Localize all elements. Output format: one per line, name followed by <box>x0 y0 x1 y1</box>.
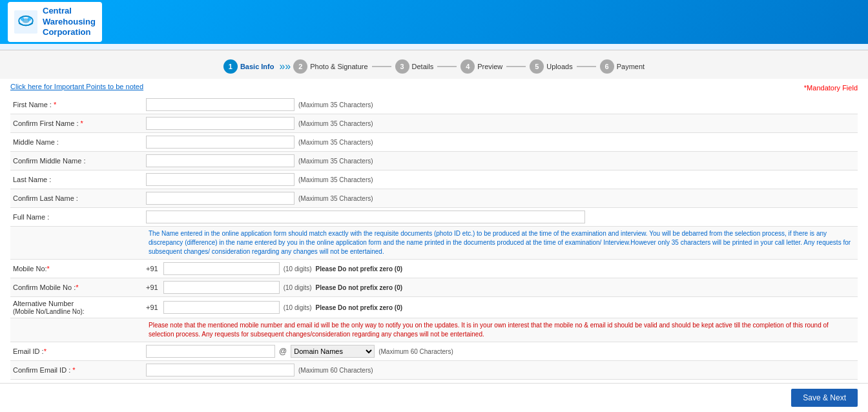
confirm-middle-name-input[interactable] <box>146 154 294 167</box>
step-4-circle: 4 <box>460 59 475 74</box>
middle-name-input-area: (Maximum 35 Characters) <box>146 136 858 149</box>
domain-select[interactable]: Domain Names gmail.com yahoo.com hotmail… <box>291 345 375 358</box>
confirm-mobile-prefix: +91 <box>146 283 158 291</box>
step-5-label: Uploads <box>546 63 572 70</box>
confirm-email-label: Confirm Email ID : * <box>10 366 146 374</box>
first-name-label: First Name : * <box>10 101 146 108</box>
confirm-mobile-input[interactable] <box>163 281 280 294</box>
last-name-input[interactable] <box>146 173 294 186</box>
email-row: Email ID :* @ Domain Names gmail.com yah… <box>10 342 858 361</box>
step-4[interactable]: 4 Preview <box>460 59 502 74</box>
step-2-label: Photo & Signature <box>310 63 367 70</box>
header: Central Warehousing Corporation <box>0 0 868 44</box>
full-name-row: Full Name : <box>10 208 858 227</box>
confirm-mobile-prefix-hint: Please Do not prefix zero (0) <box>316 284 402 291</box>
save-next-button[interactable]: Save & Next <box>791 389 858 407</box>
step-1[interactable]: 1 Basic Info »» <box>223 59 293 74</box>
step-3-circle: 3 <box>395 59 409 74</box>
confirm-mobile-row: Confirm Mobile No :* +91 (10 digits) Ple… <box>10 278 858 297</box>
first-name-input[interactable] <box>146 98 294 111</box>
confirm-email-input-area: (Maximum 60 Characters) <box>146 364 858 376</box>
alt-number-digits-hint: (10 digits) <box>284 304 312 311</box>
step-3-label: Details <box>412 63 434 70</box>
alt-number-input-area: +91 (10 digits) Please Do not prefix zer… <box>146 301 858 314</box>
mobile-row: Mobile No:* +91 (10 digits) Please Do no… <box>10 260 858 278</box>
full-name-label: Full Name : <box>10 213 146 221</box>
confirm-first-name-row: Confirm First Name : * (Maximum 35 Chara… <box>10 114 858 133</box>
confirm-last-name-input-area: (Maximum 35 Characters) <box>146 192 858 205</box>
confirm-last-name-hint: (Maximum 35 Characters) <box>298 195 373 202</box>
alt-number-label: Alternative Number(Mobile No/Landline No… <box>10 300 146 315</box>
last-name-hint: (Maximum 35 Characters) <box>298 176 373 183</box>
confirm-middle-name-label: Confirm Middle Name : <box>10 157 146 165</box>
step-divider-2-3 <box>372 66 391 67</box>
email-hint: (Maximum 60 Characters) <box>378 348 453 355</box>
alt-number-prefix-hint: Please Do not prefix zero (0) <box>316 304 402 311</box>
middle-name-row: Middle Name : (Maximum 35 Characters) <box>10 133 858 152</box>
middle-name-input[interactable] <box>146 136 294 149</box>
email-input[interactable] <box>146 345 275 358</box>
steps-bar: 1 Basic Info »» 2 Photo & Signature 3 De… <box>223 59 645 74</box>
footer-bar: Save & Next <box>0 383 868 412</box>
last-name-label: Last Name : <box>10 176 146 183</box>
mobile-digits-hint: (10 digits) <box>284 265 312 273</box>
step-4-label: Preview <box>477 63 502 70</box>
step-5[interactable]: 5 Uploads <box>530 59 572 74</box>
confirm-last-name-row: Confirm Last Name : (Maximum 35 Characte… <box>10 189 858 208</box>
confirm-email-hint: (Maximum 60 Characters) <box>298 367 373 374</box>
step-5-circle: 5 <box>530 59 544 74</box>
alt-number-input[interactable] <box>163 301 280 314</box>
logo-text: Central Warehousing Corporation <box>43 6 96 39</box>
confirm-first-name-input[interactable] <box>146 117 294 130</box>
step-1-label: Basic Info <box>240 63 274 70</box>
logo-box: Central Warehousing Corporation <box>8 2 102 43</box>
confirm-email-input[interactable] <box>146 364 294 376</box>
first-name-row: First Name : * (Maximum 35 Characters) <box>10 96 858 114</box>
first-name-required: * <box>54 101 56 108</box>
confirm-mobile-input-area: +91 (10 digits) Please Do not prefix zer… <box>146 281 858 294</box>
alt-number-row: Alternative Number(Mobile No/Landline No… <box>10 297 858 318</box>
confirm-last-name-label: Confirm Last Name : <box>10 194 146 202</box>
last-name-input-area: (Maximum 35 Characters) <box>146 173 858 186</box>
name-notice: The Name entered in the online applicati… <box>10 227 858 260</box>
first-name-input-area: (Maximum 35 Characters) <box>146 98 858 111</box>
important-points-link[interactable]: Click here for Important Points to be no… <box>10 83 143 90</box>
sub-header-stripe <box>0 44 868 50</box>
full-name-input-area <box>146 211 858 223</box>
step-2[interactable]: 2 Photo & Signature <box>293 59 367 74</box>
alt-number-prefix: +91 <box>146 304 158 311</box>
confirm-middle-name-row: Confirm Middle Name : (Maximum 35 Charac… <box>10 152 858 170</box>
mandatory-note: *Mandatory Field <box>804 84 858 92</box>
last-name-row: Last Name : (Maximum 35 Characters) <box>10 170 858 189</box>
confirm-mobile-digits-hint: (10 digits) <box>284 284 312 291</box>
phone-notice: Please note that the mentioned mobile nu… <box>10 318 858 342</box>
confirm-first-name-input-area: (Maximum 35 Characters) <box>146 117 858 130</box>
steps-container: 1 Basic Info »» 2 Photo & Signature 3 De… <box>0 50 868 79</box>
mobile-input-area: +91 (10 digits) Please Do not prefix zer… <box>146 262 858 275</box>
step-2-circle: 2 <box>293 59 307 74</box>
confirm-first-name-hint: (Maximum 35 Characters) <box>298 120 373 127</box>
mobile-prefix: +91 <box>146 265 158 273</box>
mobile-input[interactable] <box>163 262 280 275</box>
svg-point-4 <box>28 17 31 21</box>
first-name-hint: (Maximum 35 Characters) <box>298 101 373 108</box>
step-6-circle: 6 <box>600 59 614 74</box>
middle-name-hint: (Maximum 35 Characters) <box>298 139 373 146</box>
step-divider-5-6 <box>577 66 596 67</box>
step-divider-3-4 <box>437 66 457 67</box>
confirm-middle-name-input-area: (Maximum 35 Characters) <box>146 154 858 167</box>
full-name-input[interactable] <box>146 211 585 223</box>
step-6-label: Payment <box>617 63 645 70</box>
form-area: Click here for Important Points to be no… <box>0 79 868 412</box>
svg-point-3 <box>21 17 24 21</box>
confirm-last-name-input[interactable] <box>146 192 294 205</box>
step-divider-4-5 <box>506 66 526 67</box>
middle-name-label: Middle Name : <box>10 138 146 146</box>
step-3[interactable]: 3 Details <box>395 59 434 74</box>
confirm-mobile-label: Confirm Mobile No :* <box>10 283 146 291</box>
confirm-first-name-label: Confirm First Name : * <box>10 119 146 127</box>
email-at-sign: @ <box>279 347 287 356</box>
step-6[interactable]: 6 Payment <box>600 59 645 74</box>
mobile-prefix-hint: Please Do not prefix zero (0) <box>316 265 402 273</box>
confirm-middle-name-hint: (Maximum 35 Characters) <box>298 158 373 165</box>
